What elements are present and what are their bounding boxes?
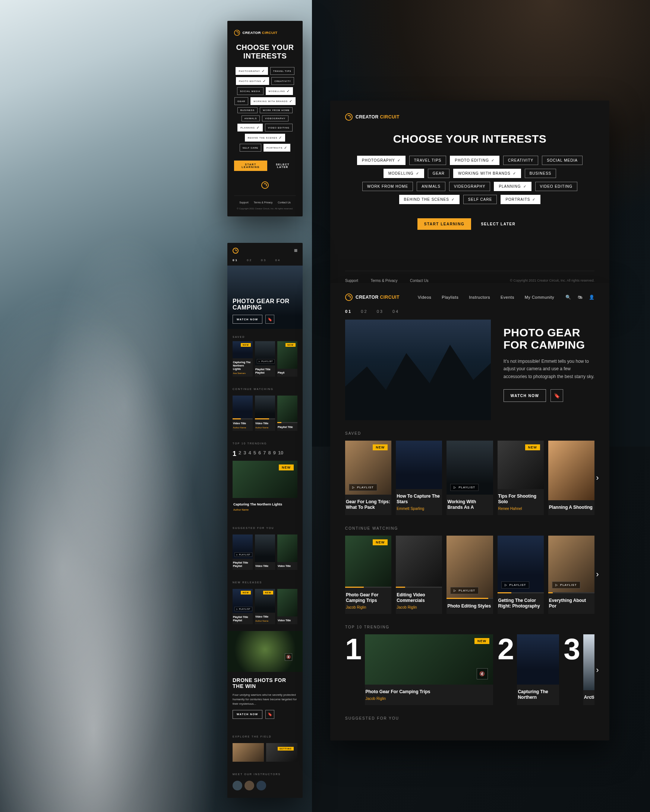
interest-tag[interactable]: PHOTO EDITING✓ [450, 156, 499, 165]
footer-link[interactable]: Support [345, 279, 358, 283]
mini-card[interactable]: Playlist Title [277, 395, 297, 431]
interest-tag[interactable]: PORTRAITS✓ [263, 144, 291, 152]
interest-tag[interactable]: PLANNING✓ [237, 124, 263, 131]
trending-card[interactable]: NEW 🔇 Photo Gear For Camping Trips Jacob… [365, 634, 493, 705]
interest-tag[interactable]: VIDEO EDITING [535, 182, 577, 191]
tab-01[interactable]: 01 [232, 258, 238, 262]
interest-tag[interactable]: GEAR [428, 169, 450, 178]
mini-card[interactable]: Video Title [255, 534, 275, 570]
interest-tag[interactable]: BEHIND THE SCENES✓ [245, 134, 286, 142]
interest-tag[interactable]: CREATIVITY [503, 156, 538, 165]
mini-card[interactable]: ▷ PLAYLIST Playlist Title Playlist [232, 534, 253, 570]
saved-card[interactable]: NEW Tips For Shooting SoloRenee Hahnel [497, 441, 544, 515]
tab-03[interactable]: 03 [261, 258, 266, 262]
start-learning-button[interactable]: START LEARNING [418, 218, 471, 230]
continue-card[interactable]: NEW Photo Gear For Camping Trips Jacob R… [345, 536, 392, 614]
interest-tag[interactable]: PORTRAITS✓ [500, 195, 540, 204]
avatar[interactable] [245, 781, 254, 791]
interest-tag[interactable]: PHOTO EDITING✓ [236, 77, 269, 85]
select-later-button[interactable]: SELECT LATER [269, 160, 296, 171]
continue-card[interactable]: Editing Video Commercials Jacob Riglin [396, 536, 442, 614]
rank-number[interactable]: 7 [263, 450, 266, 458]
tab-03[interactable]: 03 [377, 309, 384, 314]
carousel-next-icon[interactable]: › [590, 470, 605, 485]
select-later-button[interactable]: SELECT LATER [474, 218, 522, 230]
hamburger-icon[interactable]: ≡ [294, 247, 297, 254]
interest-tag[interactable]: BUSINESS [525, 169, 557, 178]
watch-now-button[interactable]: WATCH NOW [503, 389, 546, 402]
interest-tag[interactable]: PLANNING✓ [494, 182, 531, 191]
interest-tag[interactable]: VIDEOGRAPHY [449, 182, 490, 191]
start-learning-button[interactable]: START LEARNING [234, 160, 267, 171]
bag-icon[interactable]: 🛍 [578, 295, 582, 300]
trending-card[interactable]: NEW [232, 461, 297, 498]
rank-number[interactable]: 9 [273, 450, 276, 458]
saved-card[interactable]: Planning A Shooting [548, 441, 595, 515]
tab-04[interactable]: 04 [393, 309, 399, 314]
avatar[interactable] [257, 781, 266, 791]
nav-videos[interactable]: Videos [418, 295, 431, 299]
mini-card[interactable]: Video Title [277, 534, 297, 570]
rank-number[interactable]: 4 [248, 450, 251, 458]
footer-link[interactable]: Support [239, 201, 249, 204]
interest-tag[interactable]: PHOTOGRAPHY✓ [236, 67, 268, 75]
carousel-next-icon[interactable]: › [590, 662, 605, 678]
interest-tag[interactable]: GEAR [234, 97, 248, 105]
avatar[interactable] [232, 781, 242, 791]
interest-tag[interactable]: TRAVEL TIPS [409, 156, 447, 165]
carousel-next-icon[interactable]: › [590, 567, 605, 582]
mini-card[interactable]: NEW Playli [277, 341, 297, 377]
interest-tag[interactable]: PHOTOGRAPHY✓ [357, 156, 405, 165]
saved-card[interactable]: NEW ▷PLAYLIST Gear For Long Trips: What … [345, 441, 392, 515]
interest-tag[interactable]: VIDEOGRAPHY [262, 116, 289, 121]
saved-card[interactable]: ▷PLAYLIST Working With Brands As A [447, 441, 493, 515]
nav-community[interactable]: My Community [525, 295, 554, 299]
interest-tag[interactable]: WORKING WITH BRANDS✓ [453, 169, 521, 178]
footer-link[interactable]: Terms & Privacy [370, 279, 397, 283]
rank-number[interactable]: 3 [243, 450, 246, 458]
continue-card[interactable]: ▷PLAYLIST Photo Editing Styles [447, 536, 493, 614]
trending-card[interactable]: Capturing The Northern [517, 634, 559, 705]
bookmark-icon[interactable]: 🔖 [265, 710, 274, 719]
rank-number[interactable]: 2 [239, 450, 241, 458]
interest-tag[interactable]: ANIMALS [417, 182, 445, 191]
continue-card[interactable]: ▷PLAYLIST Getting The Color Right: Photo… [497, 536, 544, 614]
logo-icon[interactable] [232, 248, 239, 254]
profile-icon[interactable]: 👤 [589, 295, 595, 300]
interest-tag[interactable]: CREATIVITY [271, 77, 294, 85]
search-icon[interactable]: 🔍 [565, 295, 571, 300]
tab-02[interactable]: 02 [361, 309, 367, 314]
rank-number[interactable]: 8 [268, 450, 271, 458]
footer-link[interactable]: Terms & Privacy [254, 201, 273, 204]
interest-tag[interactable]: SOCIAL MEDIA [237, 87, 263, 95]
mini-card[interactable]: NEW Video TitleAuthor Name [255, 589, 275, 624]
interest-tag[interactable]: WORK FROM HOME [362, 182, 413, 191]
footer-link[interactable]: Contact Us [278, 201, 291, 204]
nav-events[interactable]: Events [500, 295, 514, 299]
rank-number[interactable]: 5 [254, 450, 256, 458]
interest-tag[interactable]: MODELLING✓ [266, 87, 293, 95]
saved-card[interactable]: How To Capture The StarsEmmett Sparling [396, 441, 442, 515]
mini-card[interactable]: Video TitleAuthor Name [232, 395, 253, 431]
tab-04[interactable]: 04 [275, 258, 281, 262]
bookmark-icon[interactable]: 🔖 [265, 315, 274, 324]
mini-card[interactable]: Video TitleAuthor Name [255, 395, 275, 431]
mini-card[interactable]: NEW Capturing The Northern LightsAsa Ste… [232, 341, 253, 377]
nav-instructors[interactable]: Instructors [469, 295, 490, 299]
interest-tag[interactable]: MODELLING✓ [384, 169, 424, 178]
interest-tag[interactable]: BUSINESS [237, 107, 257, 113]
mute-icon[interactable]: 🔇 [285, 653, 292, 661]
rank-number[interactable]: 10 [278, 450, 283, 458]
mini-card[interactable]: Video Title [277, 589, 297, 624]
logo[interactable]: CREATOR CIRCUIT [345, 293, 399, 301]
bookmark-icon[interactable]: 🔖 [551, 389, 563, 402]
watch-now-button[interactable]: WATCH NOW [232, 315, 262, 324]
rank-number[interactable]: 1 [232, 450, 236, 458]
mini-card[interactable]: NEW ▷ PLAYLIST Playlist Title Playlist [232, 589, 253, 624]
interest-tag[interactable]: VIDEO EDITING [265, 124, 292, 131]
interest-tag[interactable]: SELF CARE [240, 144, 261, 152]
interest-tag[interactable]: BEHIND THE SCENES✓ [399, 195, 460, 204]
interest-tag[interactable]: SOCIAL MEDIA [542, 156, 583, 165]
rank-number[interactable]: 6 [258, 450, 261, 458]
continue-card[interactable]: ▷PLAYLIST Everything About Por [548, 536, 595, 614]
